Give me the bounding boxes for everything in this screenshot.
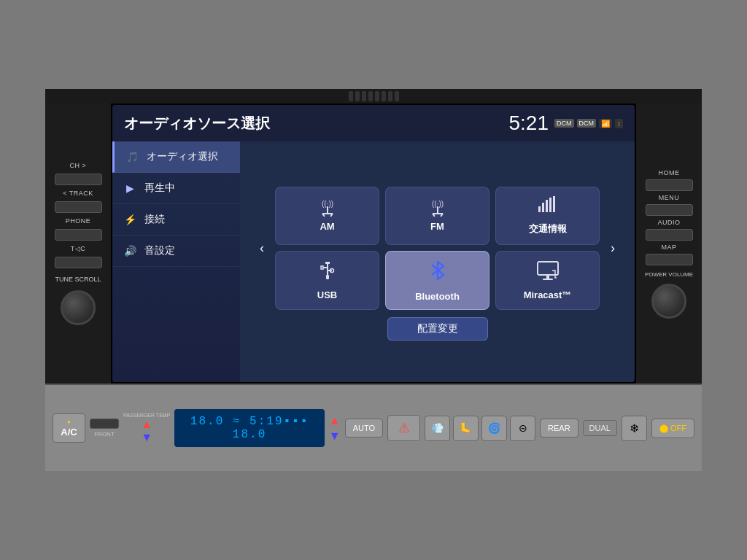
map-button[interactable]	[646, 254, 693, 265]
auto-button[interactable]: AUTO	[345, 419, 383, 438]
passenger-temp-group: PASSENGER TEMP ▲ ▼	[123, 413, 170, 444]
audio-label: AUDIO	[657, 219, 680, 226]
passenger-temp-down[interactable]: ▼	[141, 431, 152, 444]
audio-tile-miracast[interactable]: Miracast™	[495, 251, 600, 310]
svg-rect-13	[549, 198, 551, 212]
left-button-panel: CH > < TRACK PHONE T◁C TUNE SCROLL	[45, 104, 111, 384]
svg-rect-15	[325, 262, 330, 264]
audio-select-icon: 🎵	[125, 151, 139, 163]
audio-tile-am[interactable]: ((·)) AM	[275, 187, 379, 245]
bluetooth-label: Bluetooth	[415, 291, 460, 302]
driver-temp-arrows: ▲ ▼	[329, 414, 341, 443]
fan-off-button[interactable]: ⊝	[510, 416, 535, 441]
traffic-signal-icon	[537, 196, 559, 218]
now-playing-icon: ▶	[123, 182, 137, 194]
svg-rect-23	[546, 275, 549, 279]
tc-label: T◁C	[71, 245, 86, 252]
audio-tile-traffic[interactable]: 交通情報	[495, 187, 600, 245]
usb-icon	[317, 260, 338, 285]
signal-icon: ↕	[615, 119, 623, 128]
menu-item-now-playing[interactable]: ▶ 再生中	[112, 173, 240, 204]
menu-sidebar: 🎵 オーディオ選択 ▶ 再生中 ⚡ 接続 🔊	[112, 141, 240, 382]
climate-display: 18.0 ≈ 5:19▪▪▪ 18.0	[174, 409, 325, 447]
audio-tile-fm[interactable]: ((·)) FM	[385, 187, 489, 245]
tc-button[interactable]	[55, 257, 102, 268]
vent-foot-button[interactable]: 🦶	[453, 416, 479, 441]
dual-button[interactable]: DUAL	[583, 420, 617, 436]
menu-item-sound-settings[interactable]: 🔊 音設定	[112, 236, 240, 267]
grid-nav: ‹ ((·))	[255, 187, 620, 310]
fan-button[interactable]: 🌀	[481, 416, 507, 441]
status-icons: DCM DCM 📶 ↕	[554, 119, 623, 128]
phone-button[interactable]	[55, 229, 102, 241]
audio-grid: ((·)) AM	[275, 187, 600, 310]
fm-label: FM	[430, 221, 444, 232]
am-label: AM	[320, 221, 334, 232]
audio-grid-area: ‹ ((·))	[240, 141, 635, 382]
power-volume-group: POWER VOLUME	[645, 271, 693, 319]
defrost-button[interactable]: ❄	[622, 416, 647, 441]
am-wave-icon: ((·))	[317, 199, 338, 217]
nav-arrow-left[interactable]: ‹	[255, 241, 269, 256]
vent-buttons: 💨 🦶 🌀 ⊝	[425, 416, 535, 441]
bluetooth-icon	[429, 259, 446, 287]
off-button[interactable]: ⬤ OFF	[651, 419, 694, 438]
power-volume-label: POWER VOLUME	[645, 271, 693, 278]
ac-button[interactable]: A/C	[53, 413, 85, 443]
screen-body: 🎵 オーディオ選択 ▶ 再生中 ⚡ 接続 🔊	[112, 141, 635, 382]
audio-tile-usb[interactable]: USB	[275, 251, 379, 310]
svg-rect-14	[553, 196, 555, 212]
clock-display: 5:21	[509, 112, 549, 135]
menu-label: MENU	[659, 194, 680, 201]
left-btn-group: CH > < TRACK PHONE T◁C TUNE SCROLL	[51, 162, 105, 325]
tune-scroll-knob[interactable]	[61, 290, 96, 325]
home-button[interactable]	[646, 179, 693, 191]
fm-wave-icon: ((·))	[427, 199, 449, 217]
right-btn-group: HOME MENU AUDIO MAP POWER VOLUME	[642, 169, 696, 319]
svg-rect-21	[326, 275, 329, 279]
top-vent	[45, 89, 702, 104]
right-button-panel: HOME MENU AUDIO MAP POWER VOLUME	[636, 104, 702, 384]
rear-button[interactable]: REAR	[540, 419, 578, 438]
track-label: < TRACK	[63, 190, 93, 197]
ch-button[interactable]	[55, 174, 102, 185]
passenger-temp-label: PASSENGER TEMP	[123, 413, 170, 418]
tune-scroll-label: TUNE SCROLL	[55, 276, 101, 283]
audio-tile-bluetooth[interactable]: Bluetooth	[385, 251, 489, 310]
menu-item-audio-select[interactable]: 🎵 オーディオ選択	[112, 141, 240, 173]
screen-title: オーディオソース選択	[124, 114, 270, 133]
nav-arrow-right[interactable]: ›	[605, 241, 620, 256]
vent-slots	[349, 91, 399, 101]
track-button[interactable]	[55, 201, 102, 213]
header-right: 5:21 DCM DCM 📶 ↕	[509, 112, 624, 135]
menu-button[interactable]	[646, 204, 693, 216]
wifi-icon: 📶	[599, 119, 612, 128]
audio-button[interactable]	[646, 229, 693, 241]
seat-heat-button[interactable]	[90, 419, 119, 429]
main-screen: オーディオソース選択 5:21 DCM DCM 📶 ↕	[112, 105, 635, 382]
driver-temp-up[interactable]: ▲	[329, 414, 341, 427]
vent-face-button[interactable]: 💨	[425, 416, 450, 441]
screen-container: オーディオソース選択 5:21 DCM DCM 📶 ↕	[111, 104, 636, 384]
menu-item-now-playing-label: 再生中	[144, 182, 175, 195]
seat-heat-group: FRONT	[90, 419, 119, 438]
ch-label: CH >	[70, 162, 87, 169]
rearrange-button[interactable]: 配置変更	[387, 317, 488, 341]
usb-label: USB	[317, 289, 337, 300]
menu-item-connect-label: 接続	[144, 213, 165, 226]
menu-item-sound-settings-label: 音設定	[144, 244, 175, 257]
power-volume-knob[interactable]	[651, 284, 686, 319]
dcm-badge-2: DCM	[577, 119, 597, 128]
passenger-temp-up[interactable]: ▲	[141, 418, 152, 431]
driver-temp-down[interactable]: ▼	[329, 429, 341, 443]
phone-label: PHONE	[66, 217, 91, 225]
menu-item-connect[interactable]: ⚡ 接続	[112, 204, 240, 236]
dcm-badge-1: DCM	[554, 119, 574, 128]
map-label: MAP	[661, 244, 676, 251]
sound-settings-icon: 🔊	[123, 245, 137, 257]
home-label: HOME	[659, 169, 680, 176]
hazard-button[interactable]: ⚠	[387, 415, 420, 441]
menu-item-audio-select-label: オーディオ選択	[147, 150, 218, 163]
main-unit-top: CH > < TRACK PHONE T◁C TUNE SCROLL オーディオ…	[45, 104, 702, 384]
climate-panel: A/C FRONT PASSENGER TEMP ▲ ▼ 18.0 ≈ 5:19…	[45, 384, 702, 471]
